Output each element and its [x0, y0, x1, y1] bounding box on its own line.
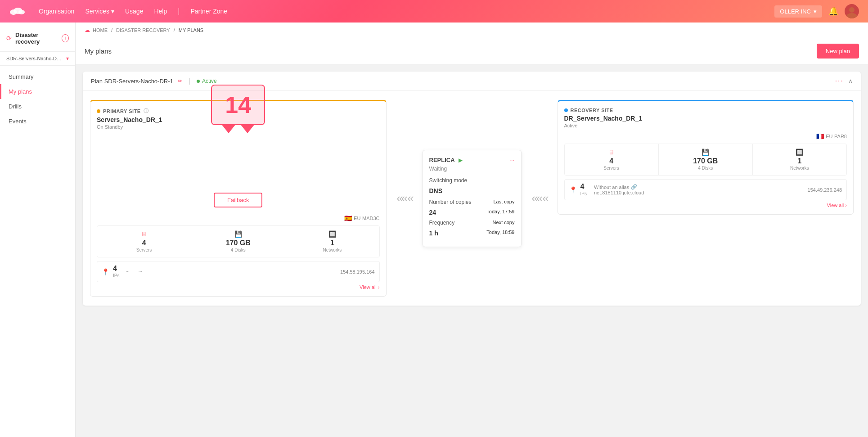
- replica-play-icon: ▶: [459, 157, 463, 163]
- plan-status-badge: Active: [197, 78, 217, 84]
- sidebar-title: Disaster recovery: [15, 32, 58, 45]
- arrow-left: [221, 124, 236, 133]
- replica-switching-mode: Switching mode: [429, 177, 515, 184]
- replica-dns-value: DNS: [429, 187, 515, 194]
- replica-frequency-values: 1 h Today, 18:59: [429, 230, 515, 237]
- nav-help[interactable]: Help: [154, 8, 167, 15]
- page-header: My plans New plan: [76, 38, 868, 64]
- recovery-dot: [564, 108, 568, 112]
- user-avatar[interactable]: [845, 4, 859, 18]
- primary-servers-stat: 🖥 4 Servers: [97, 226, 191, 257]
- recovery-site-card: RECOVERY SITE DR_Servers_Nacho_DR_1 Acti…: [558, 100, 854, 215]
- replica-title: REPLICA: [429, 157, 455, 163]
- selected-plan-label: SDR-Servers-Nacho-DR-1: [6, 56, 63, 61]
- page-title: My plans: [85, 47, 112, 55]
- breadcrumb: ☁ HOME / DISASTER RECOVERY / MY PLANS: [76, 23, 868, 38]
- nav-partner-zone[interactable]: Partner Zone: [190, 8, 227, 15]
- recovery-ip-domain: net.8181110.jote.cloud: [594, 190, 804, 195]
- replica-frequency: 1 h: [429, 230, 438, 237]
- primary-dot: [97, 109, 100, 113]
- ips-label: IPs: [113, 273, 119, 278]
- sidebar-item-drills[interactable]: Drills: [0, 99, 75, 114]
- nav-usage[interactable]: Usage: [125, 8, 143, 15]
- sidebar-item-events[interactable]: Events: [0, 114, 75, 129]
- replica-copies-count: 24: [429, 209, 436, 216]
- status-dot: [197, 80, 200, 83]
- sites-layout: PRIMARY SITE ⓘ Servers_Nacho_DR_1 On Sta…: [83, 91, 861, 306]
- failback-button[interactable]: Failback: [214, 193, 262, 207]
- servers-count: 4: [101, 239, 187, 247]
- sidebar-item-my-plans[interactable]: My plans: [0, 84, 75, 99]
- add-plan-icon[interactable]: +: [62, 34, 69, 42]
- plan-collapse-icon[interactable]: ∧: [848, 77, 853, 85]
- nav-separator: |: [178, 7, 180, 15]
- disaster-recovery-icon: ⟳: [6, 35, 12, 42]
- breadcrumb-home[interactable]: HOME: [93, 27, 108, 33]
- arrow-right: [240, 124, 255, 133]
- nav-links: Organisation Services ▾ Usage Help | Par…: [39, 7, 761, 15]
- recovery-networks-count: 1: [756, 158, 843, 165]
- recovery-disks-icon: 💾: [662, 149, 749, 156]
- callout-tooltip: 14: [211, 85, 265, 125]
- recovery-disks-size: 170 GB: [662, 158, 749, 165]
- primary-disks-stat: 💾 170 GB 4 Disks: [191, 226, 285, 257]
- new-plan-button[interactable]: New plan: [817, 44, 859, 59]
- notification-bell[interactable]: 🔔: [828, 6, 838, 16]
- org-selector[interactable]: OLLER INC ▾: [774, 5, 822, 18]
- right-arrows: «« «: [522, 191, 558, 205]
- recovery-servers-count: 4: [568, 158, 655, 165]
- replica-copies-row: Number of copies Last copy: [429, 199, 515, 205]
- recovery-site-status: Active: [564, 123, 847, 128]
- replica-card: REPLICA ▶ ··· Waiting Switching mode DNS…: [423, 150, 522, 247]
- app-logo[interactable]: [9, 6, 25, 17]
- svg-point-2: [18, 10, 25, 14]
- recovery-flag: 🇫🇷: [816, 133, 824, 140]
- recovery-view-all[interactable]: View all ›: [564, 203, 847, 208]
- svg-point-3: [849, 7, 855, 13]
- recovery-servers-stat: 🖥 4 Servers: [565, 144, 659, 175]
- recovery-ips-icon: 📍: [569, 186, 577, 194]
- sidebar-navigation: Summary My plans Drills Events: [0, 66, 75, 129]
- plan-name: Plan SDR-Servers-Nacho-DR-1: [91, 78, 173, 85]
- plan-card: Plan SDR-Servers-Nacho-DR-1 ✏ | Active ·…: [83, 72, 861, 306]
- plan-edit-icon[interactable]: ✏: [178, 78, 182, 84]
- org-name: OLLER INC: [780, 8, 811, 15]
- recovery-alias-text: Without an alias: [594, 185, 629, 190]
- sidebar-item-summary[interactable]: Summary: [0, 69, 75, 84]
- plan-more-options[interactable]: ···: [835, 77, 844, 85]
- disks-size: 170 GB: [195, 239, 281, 247]
- replica-more-options[interactable]: ···: [509, 157, 515, 164]
- recovery-networks-stat: 🔲 1 Networks: [753, 144, 846, 175]
- left-arrows: «« «: [387, 191, 423, 205]
- disks-label: 4 Disks: [195, 248, 281, 252]
- nav-services[interactable]: Services ▾: [85, 8, 114, 15]
- replica-frequency-row: Frequency Next copy: [429, 220, 515, 226]
- primary-stats-row: 🖥 4 Servers 💾 170 GB 4 Disks 🔲 1: [97, 225, 380, 257]
- recovery-stats-row: 🖥 4 Servers 💾 170 GB 4 Disks 🔲 1: [564, 144, 847, 176]
- breadcrumb-disaster-recovery[interactable]: DISASTER RECOVERY: [116, 27, 170, 33]
- recovery-networks-label: Networks: [756, 166, 843, 171]
- left-chevrons-icon: «« «: [396, 191, 412, 205]
- org-dropdown-arrow: ▾: [814, 8, 817, 15]
- primary-info-icon[interactable]: ⓘ: [144, 108, 149, 114]
- networks-icon: 🔲: [289, 230, 375, 238]
- primary-view-all[interactable]: View all ›: [97, 284, 380, 290]
- ips-count: 4: [113, 265, 119, 272]
- sidebar: ⟳ Disaster recovery + SDR-Servers-Nacho-…: [0, 23, 76, 437]
- callout-number: 14: [225, 93, 251, 117]
- replica-last-copy: Today, 17:59: [486, 209, 514, 216]
- right-chevrons-icon: «« «: [531, 191, 547, 205]
- svg-point-4: [846, 13, 857, 18]
- nav-organisation[interactable]: Organisation: [39, 8, 74, 15]
- recovery-alias-row: Without an alias 🔗: [594, 184, 804, 190]
- replica-header: REPLICA ▶ ···: [429, 157, 515, 164]
- plan-header: Plan SDR-Servers-Nacho-DR-1 ✏ | Active ·…: [83, 72, 861, 91]
- callout-arrows: [221, 124, 255, 133]
- plan-actions: ··· ∧: [835, 77, 853, 85]
- app-body: ⟳ Disaster recovery + SDR-Servers-Nacho-…: [0, 23, 868, 437]
- breadcrumb-cloud-icon: ☁: [85, 27, 90, 33]
- plan-selector-dropdown[interactable]: SDR-Servers-Nacho-DR-1 ▾: [0, 52, 75, 66]
- top-navigation: Organisation Services ▾ Usage Help | Par…: [0, 0, 868, 23]
- primary-ip-address: 154.58.195.164: [340, 269, 374, 275]
- recovery-alias-link-icon[interactable]: 🔗: [631, 184, 637, 190]
